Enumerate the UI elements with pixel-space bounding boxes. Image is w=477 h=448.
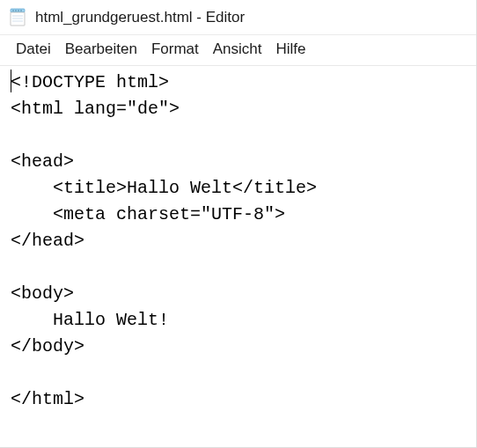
window-title: html_grundgeruest.html - Editor <box>35 9 245 26</box>
svg-point-1 <box>12 10 14 11</box>
svg-point-2 <box>15 10 17 11</box>
svg-point-3 <box>18 10 19 11</box>
notepad-icon <box>7 7 28 28</box>
text-cursor <box>11 70 11 92</box>
editor-content[interactable]: <!DOCTYPE html> <html lang="de"> <head> … <box>11 70 474 413</box>
menu-help[interactable]: Hilfe <box>271 39 312 60</box>
editor-area[interactable]: <!DOCTYPE html> <html lang="de"> <head> … <box>0 66 476 416</box>
menu-file[interactable]: Datei <box>11 39 56 60</box>
menu-edit[interactable]: Bearbeiten <box>60 39 143 60</box>
svg-point-4 <box>20 10 22 11</box>
menubar: Datei Bearbeiten Format Ansicht Hilfe <box>0 35 476 66</box>
menu-view[interactable]: Ansicht <box>208 39 268 60</box>
svg-rect-5 <box>11 12 25 26</box>
window-titlebar: html_grundgeruest.html - Editor <box>0 0 476 35</box>
menu-format[interactable]: Format <box>146 39 204 60</box>
